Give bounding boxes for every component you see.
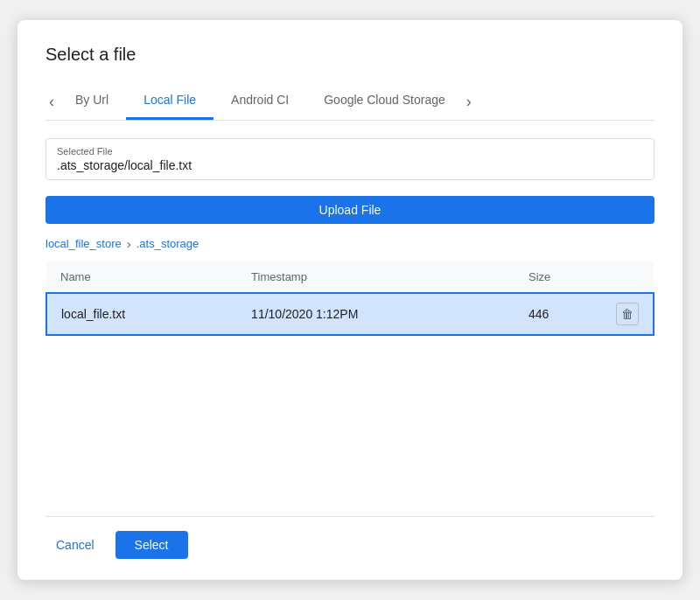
file-delete-cell: 🗑 xyxy=(602,293,654,335)
tab-next-arrow[interactable]: › xyxy=(463,87,475,116)
file-name: local_file.txt xyxy=(46,293,237,335)
col-size: Size xyxy=(514,262,602,293)
selected-file-label: Selected File xyxy=(57,146,643,157)
col-timestamp: Timestamp xyxy=(237,262,514,293)
trash-icon: 🗑 xyxy=(621,307,634,321)
breadcrumb-separator: › xyxy=(127,236,131,251)
select-file-dialog: Select a file ‹ By Url Local File Androi… xyxy=(18,20,682,580)
select-button[interactable]: Select xyxy=(116,531,188,559)
col-action xyxy=(602,262,654,293)
col-name: Name xyxy=(46,262,237,293)
tab-prev-arrow[interactable]: ‹ xyxy=(46,87,58,116)
tab-by-url[interactable]: By Url xyxy=(58,82,126,120)
dialog-title: Select a file xyxy=(46,45,654,65)
tab-android-ci[interactable]: Android CI xyxy=(214,82,306,120)
dialog-footer: Cancel Select xyxy=(46,516,654,559)
upload-file-button[interactable]: Upload File xyxy=(46,196,654,224)
selected-file-value: .ats_storage/local_file.txt xyxy=(57,158,643,172)
breadcrumb: local_file_store › .ats_storage xyxy=(46,236,654,251)
table-header-row: Name Timestamp Size xyxy=(46,262,654,293)
tab-local-file[interactable]: Local File xyxy=(126,82,214,120)
cancel-button[interactable]: Cancel xyxy=(46,531,105,559)
tabs-row: ‹ By Url Local File Android CI Google Cl… xyxy=(46,82,654,121)
file-timestamp: 11/10/2020 1:12PM xyxy=(237,293,514,335)
file-table: Name Timestamp Size local_file.txt 11/10… xyxy=(46,262,654,336)
breadcrumb-current[interactable]: .ats_storage xyxy=(136,237,200,250)
table-row[interactable]: local_file.txt 11/10/2020 1:12PM 446 🗑 xyxy=(46,293,654,335)
file-size: 446 xyxy=(514,293,602,335)
delete-file-button[interactable]: 🗑 xyxy=(616,303,639,325)
tab-google-cloud-storage[interactable]: Google Cloud Storage xyxy=(306,82,463,120)
breadcrumb-root[interactable]: local_file_store xyxy=(46,237,122,250)
selected-file-field: Selected File .ats_storage/local_file.tx… xyxy=(46,138,654,180)
